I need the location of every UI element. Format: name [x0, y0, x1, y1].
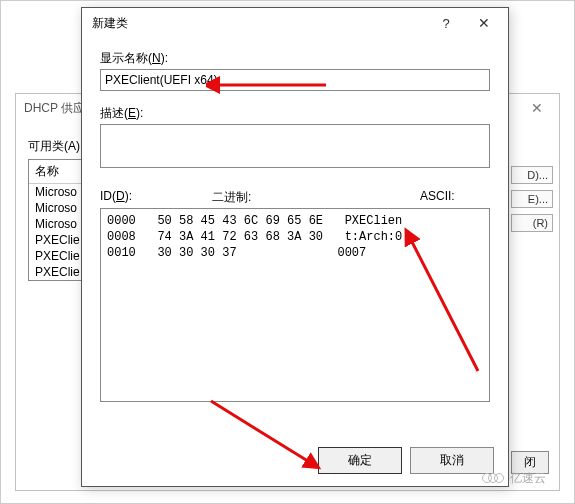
watermark-text: 亿速云: [510, 470, 546, 487]
watermark-logo-icon: [482, 472, 506, 486]
modal-body: 显示名称(N): 描述(E): ID(D): 二进制: ASCII: 0000 …: [82, 38, 508, 437]
modal-titlebar: 新建类 ? ✕: [82, 8, 508, 38]
table-row[interactable]: PXEClie: [29, 232, 87, 248]
new-class-dialog: 新建类 ? ✕ 显示名称(N): 描述(E): ID(D): 二进制: ASCI…: [81, 7, 509, 487]
bg-side-buttons: D)... E)... (R): [511, 166, 553, 238]
ascii-label: ASCII:: [420, 189, 490, 206]
close-icon[interactable]: ✕: [464, 15, 504, 31]
display-name-input[interactable]: [100, 69, 490, 91]
help-icon[interactable]: ?: [428, 16, 464, 31]
display-name-label: 显示名称(N):: [100, 50, 490, 67]
description-input[interactable]: [100, 124, 490, 168]
close-icon[interactable]: ✕: [523, 98, 551, 118]
classes-table: 名称 Microso Microso Microso PXEClie PXECl…: [28, 159, 88, 281]
table-row[interactable]: Microso: [29, 184, 87, 200]
bg-title: DHCP 供应: [24, 100, 85, 117]
modal-title: 新建类: [92, 15, 428, 32]
table-row[interactable]: PXEClie: [29, 264, 87, 280]
remove-button[interactable]: (R): [511, 214, 553, 232]
edit-button[interactable]: E)...: [511, 190, 553, 208]
table-row[interactable]: Microso: [29, 200, 87, 216]
hex-header-row: ID(D): 二进制: ASCII:: [100, 189, 490, 206]
watermark: 亿速云: [482, 470, 546, 487]
hex-editor[interactable]: 0000 50 58 45 43 6C 69 65 6E PXEClien 00…: [100, 208, 490, 402]
binary-label: 二进制:: [136, 189, 420, 206]
description-label: 描述(E):: [100, 105, 490, 122]
ok-button[interactable]: 确定: [318, 447, 402, 474]
add-button[interactable]: D)...: [511, 166, 553, 184]
modal-button-row: 确定 取消: [82, 437, 508, 486]
id-label: ID(D):: [100, 189, 136, 206]
table-row[interactable]: Microso: [29, 216, 87, 232]
table-row[interactable]: PXEClie: [29, 248, 87, 264]
col-name-header: 名称: [29, 160, 87, 184]
